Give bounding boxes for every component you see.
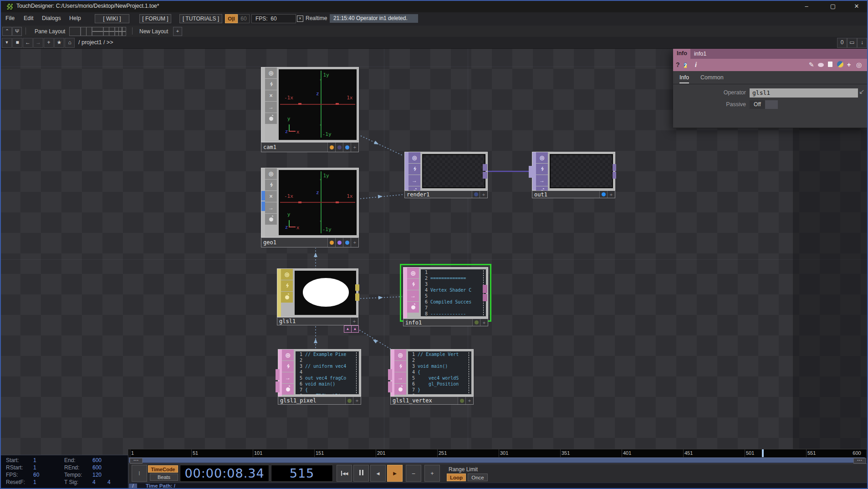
loop-button[interactable]: Loop [447, 474, 466, 481]
glsl1-vertex-in-tab-1[interactable] [388, 369, 392, 380]
glsl1-param-arrow-2[interactable]: ▲ [351, 325, 359, 333]
color-dot[interactable] [335, 143, 343, 152]
timeline-ruler[interactable]: 151101151201251301351401451501551600 [128, 449, 868, 458]
render1-out-tab-2[interactable] [483, 172, 487, 179]
node-geo1[interactable]: ◎ϟ×→1y-1y-1x1xz""yxzgeo1+ [261, 168, 359, 237]
node-out1[interactable]: ◎ϟ→out1+ [532, 152, 615, 190]
glsl1-pixel-in-tab-2[interactable] [276, 381, 280, 392]
realtime-checkbox[interactable]: × [297, 15, 303, 22]
fps-field[interactable]: FPS: 60 [251, 14, 296, 23]
window-mode-icon[interactable]: ▭ [847, 38, 857, 48]
color-dot[interactable] [335, 238, 343, 247]
display-flag[interactable] [261, 201, 265, 211]
dialog-operator-name[interactable]: info1 [690, 49, 868, 59]
glsl1-pixel-in-tab-1[interactable] [276, 369, 280, 380]
node-plus-button[interactable]: + [607, 191, 615, 198]
viewer-flag-icon[interactable]: ◎ [281, 269, 293, 280]
viewer-flag-icon[interactable]: ◎ [265, 67, 277, 78]
node-viewer[interactable]: 1// Example Pixe23// uniform vec445out v… [296, 351, 359, 394]
node-name-bar[interactable]: cam1+ [261, 142, 359, 152]
arrow-flag-icon[interactable]: → [407, 290, 419, 301]
new-layout-add-button[interactable]: + [173, 27, 182, 36]
info-icon[interactable]: i [695, 61, 697, 68]
bomb-flag-icon[interactable] [394, 384, 406, 395]
arrow-flag-icon[interactable]: → [536, 175, 548, 186]
viewer-flag-icon[interactable]: ◎ [394, 350, 406, 360]
range-grip-left[interactable]: ••• [130, 458, 143, 463]
viewer-flag-icon[interactable]: ◎ [407, 268, 419, 278]
network-editor[interactable]: ◎ϟ×→1y-1y-1x1xz""yxzcam1+◎ϟ×→1y-1y-1x1xz… [0, 48, 868, 457]
bomb-flag-icon[interactable] [407, 302, 419, 313]
viewer-flag-icon[interactable]: ◎ [282, 350, 294, 360]
color-dot[interactable] [327, 143, 335, 152]
node-viewer[interactable]: 12=============34Vertex Shader C56Compil… [421, 269, 486, 316]
node-viewer[interactable]: 1y-1y-1x1xz""yxz [279, 69, 357, 140]
info-parameter-dialog[interactable]: Info info1 ? ? i ✎ + ◎ Info Common Opera… [673, 48, 868, 128]
maximize-button[interactable]: ▢ [822, 0, 843, 12]
x-flag-icon[interactable]: × [265, 191, 277, 202]
node-plus-button[interactable]: + [465, 397, 473, 404]
color-dot[interactable] [343, 238, 351, 247]
arrow-flag-icon[interactable]: → [408, 175, 420, 186]
node-plus-button[interactable]: + [350, 318, 358, 325]
pause-button[interactable] [353, 465, 369, 482]
target-icon[interactable]: ◎ [856, 61, 862, 68]
end-value[interactable]: 600 [92, 457, 102, 463]
lightning-flag-icon[interactable]: ϟ [407, 279, 419, 290]
dialog-title-bar[interactable]: Info info1 [673, 48, 868, 59]
glsl1-output-tab-1[interactable] [355, 284, 359, 291]
time-root-button[interactable]: / [129, 484, 137, 489]
oi-toggle[interactable]: O|I [225, 14, 238, 23]
color-dot[interactable] [599, 191, 607, 198]
viewer-flag-icon[interactable]: ◎ [265, 168, 277, 179]
lightning-flag-icon[interactable]: ϟ [394, 361, 406, 372]
frame-minus-button[interactable]: – [406, 465, 421, 482]
node-name-bar[interactable]: geo1+ [261, 237, 359, 247]
python-icon[interactable] [837, 61, 843, 69]
back-icon[interactable]: ← [23, 38, 33, 48]
dropdown-icon[interactable]: ▼ [2, 38, 12, 48]
range-grip-right[interactable]: ••• [853, 458, 866, 463]
arrow-flag-icon[interactable]: → [265, 202, 277, 213]
copy-icon[interactable] [828, 61, 832, 68]
bomb-flag-icon[interactable] [265, 214, 277, 225]
stop-icon[interactable]: ■ [12, 38, 22, 48]
arrow-down-icon[interactable]: ↓ [857, 38, 867, 48]
glsl1-output-tab-2[interactable] [355, 293, 359, 301]
node-plus-button[interactable]: + [480, 191, 487, 198]
pane-layout-5[interactable] [115, 27, 126, 36]
lightning-flag-icon[interactable]: ϟ [408, 164, 420, 175]
menu-edit[interactable]: Edit [24, 15, 34, 21]
node-plus-button[interactable]: + [480, 319, 488, 326]
menu-dialogs[interactable]: Dialogs [42, 15, 61, 21]
add-parameter-icon[interactable]: + [847, 61, 851, 68]
node-name-bar[interactable]: info1+ [403, 319, 488, 326]
home-icon[interactable]: ⌂ [65, 38, 75, 48]
out1-in-tab[interactable] [529, 166, 532, 178]
pane-layout-2[interactable] [81, 27, 92, 36]
out1-out-tab-1[interactable] [613, 164, 616, 171]
minimize-button[interactable]: – [796, 0, 817, 12]
pane-layout-3[interactable] [92, 27, 103, 36]
pane-maximize-icon[interactable]: ⌃ [2, 27, 12, 36]
node-render1[interactable]: ◎ϟ→render1+ [404, 152, 488, 190]
pane-anchor-icon[interactable]: Ψ [12, 27, 22, 36]
resetf-value[interactable]: 1 [33, 479, 36, 485]
bomb-flag-icon[interactable] [282, 384, 294, 395]
node-glsl1[interactable]: ◎ϟglsl1+ [277, 268, 358, 317]
node-name-bar[interactable]: glsl1+ [277, 317, 358, 325]
info1-out-tab-2[interactable] [483, 294, 487, 301]
arrow-flag-icon[interactable]: → [394, 372, 406, 383]
node-viewer[interactable]: 1y-1y-1x1xz""yxz [279, 170, 357, 235]
display-flag[interactable] [261, 191, 265, 201]
viewer-flag-icon[interactable]: ◎ [536, 152, 548, 163]
out1-out-tab-2[interactable] [613, 172, 616, 179]
bomb-flag-icon[interactable] [281, 292, 293, 303]
pick-arrow-icon[interactable]: ↙ [859, 88, 865, 96]
lightning-flag-icon[interactable]: ϟ [281, 280, 293, 291]
bomb-flag-icon[interactable] [265, 113, 277, 124]
play-reverse-button[interactable]: ◀ [370, 465, 386, 482]
counter-button[interactable]: 0 [837, 38, 847, 48]
node-name-bar[interactable]: render1+ [404, 190, 488, 198]
timeline-range-band[interactable] [129, 458, 865, 463]
